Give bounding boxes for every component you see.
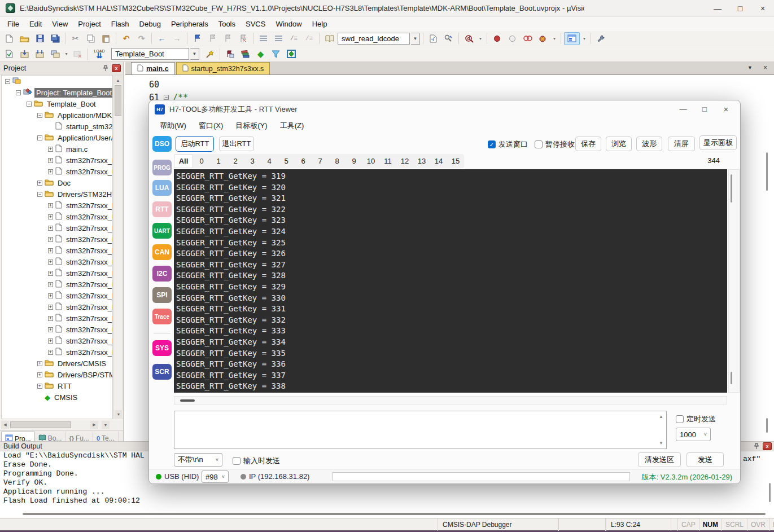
tree-item[interactable]: +stm32h7rsxx_l (2, 267, 112, 279)
redo-button[interactable]: ↷ (134, 32, 148, 45)
tree-expander[interactable]: + (48, 316, 53, 321)
rtt-mode-lua-button[interactable]: LUA (152, 180, 172, 196)
toggle-breakpoint-button[interactable] (490, 32, 504, 45)
tree-item[interactable]: −Drivers/STM32H7 (2, 188, 112, 200)
translate-file-button[interactable] (2, 47, 16, 60)
tree-item[interactable]: +stm32h7rsxx_l (2, 245, 112, 256)
editor-tab-startup-s[interactable]: startup_stm32h7s3xx.s (176, 62, 270, 74)
project-panel-close-button[interactable]: x (112, 64, 121, 72)
textarea-scroll-down[interactable]: ▼ (659, 441, 663, 446)
build-output-vscrollbar[interactable] (769, 483, 771, 502)
tree-expander[interactable]: + (48, 338, 53, 344)
cut-button[interactable]: ✂ (68, 32, 82, 45)
build-output-close-button[interactable]: x (763, 442, 772, 450)
incremental-find-button[interactable] (441, 32, 456, 45)
navigate-forward-button[interactable]: → (170, 32, 184, 45)
window-layout-dropdown[interactable]: ▾ (581, 32, 588, 45)
rtt-mode-dso-button[interactable]: DSO (152, 136, 172, 152)
tree-item[interactable]: −Project: Template_Boot (2, 87, 112, 98)
rtt-mode-i2c-button[interactable]: I2C (152, 266, 172, 282)
search-combobox-dropdown[interactable]: ▼ (411, 33, 420, 45)
batch-build-dropdown[interactable]: ▾ (63, 47, 69, 60)
new-file-button[interactable] (2, 32, 16, 45)
rtt-mode-uart-button[interactable]: UART (152, 223, 172, 239)
tree-item[interactable]: +stm32h7rsxx_l (2, 234, 112, 245)
show-panel-button[interactable]: 显示面板 (699, 135, 737, 150)
tree-expander[interactable]: − (27, 102, 32, 107)
tree-expander[interactable]: + (48, 260, 53, 265)
find-in-files-book-icon[interactable] (322, 32, 336, 45)
tree-item[interactable]: +stm32h7rsxx_l (2, 222, 112, 234)
rtt-channel-tab-0[interactable]: 0 (193, 154, 210, 168)
tree-item[interactable]: −Application/User/ (2, 132, 112, 143)
menu-help[interactable]: Help (307, 18, 333, 30)
manage-components-button[interactable]: ◆ (253, 47, 268, 60)
select-software-packs-button[interactable] (269, 47, 283, 60)
manage-books-button[interactable] (238, 47, 252, 60)
build-button[interactable] (18, 47, 32, 60)
rtt-close-button[interactable]: × (715, 100, 737, 118)
tree-item[interactable]: +stm32h7rsxx_l (2, 200, 112, 211)
tree-expander[interactable]: + (48, 293, 53, 298)
insert-bookmark-button[interactable] (190, 32, 204, 45)
undo-button[interactable]: ↶ (119, 32, 133, 45)
rtt-menu-item[interactable]: 目标板(Y) (229, 119, 273, 133)
interval-combobox[interactable]: 1000 ˅ (676, 428, 711, 441)
tree-expander[interactable]: + (37, 361, 42, 366)
tree-expander[interactable]: + (48, 226, 53, 231)
tree-expander[interactable]: − (5, 79, 10, 84)
download-flash-button[interactable]: LOAD⇊ (91, 47, 108, 61)
rtt-channel-tab-7[interactable]: 7 (312, 154, 329, 168)
menu-edit[interactable]: Edit (24, 18, 47, 30)
rtt-channel-tab-4[interactable]: 4 (261, 154, 278, 168)
tree-item[interactable]: +stm32h7rsxx_l (2, 279, 112, 290)
indent-right-button[interactable] (256, 32, 270, 45)
tree-expander[interactable]: − (37, 192, 42, 197)
rtt-channel-tab-6[interactable]: 6 (295, 154, 312, 168)
menu-window[interactable]: Window (270, 18, 307, 30)
rtt-mode-rtt-button[interactable]: RTT (152, 201, 172, 217)
paste-button[interactable] (99, 32, 113, 45)
tree-item[interactable]: +Drivers/CMSIS (2, 358, 112, 369)
tree-item[interactable]: +stm32h7rsxx_l (2, 301, 112, 313)
configure-tools-button[interactable] (594, 32, 608, 45)
tree-expander[interactable]: + (48, 350, 53, 355)
close-button[interactable]: × (751, 0, 774, 16)
kill-all-breakpoints-button[interactable] (536, 32, 550, 45)
build-output-hscrollbar[interactable] (23, 513, 766, 515)
navigate-back-button[interactable]: ← (155, 32, 169, 45)
debug-session-dropdown[interactable]: ▾ (477, 32, 484, 45)
rtt-mode-sys-button[interactable]: SYS (152, 340, 172, 356)
rtt-send-textarea[interactable]: ▲ ▼ (174, 411, 667, 449)
newline-mode-combobox[interactable]: 不带\r\n ˅ (174, 453, 222, 467)
tree-expander[interactable]: + (48, 305, 53, 310)
rtt-channel-tab-12[interactable]: 12 (396, 154, 413, 168)
tree-expander[interactable]: + (48, 282, 53, 287)
tree-item[interactable]: +stm32h7rsxx_i (2, 155, 112, 166)
tree-expander[interactable]: + (48, 158, 53, 163)
tree-item[interactable]: ◆CMSIS (2, 392, 112, 403)
batch-build-button[interactable] (48, 47, 62, 60)
rtt-channel-tab-all[interactable]: All (174, 154, 193, 168)
tab-close-button[interactable]: × (763, 64, 767, 72)
editor-vscrollbar-lower[interactable] (766, 418, 768, 433)
rtt-menu-item[interactable]: 帮助(W) (154, 119, 193, 133)
tree-item[interactable]: − (2, 76, 112, 87)
rtt-channel-tab-2[interactable]: 2 (227, 154, 244, 168)
target-combobox-dropdown[interactable]: ▼ (190, 48, 199, 60)
menu-file[interactable]: File (2, 18, 24, 30)
tree-expander[interactable]: + (37, 372, 42, 377)
tree-expander[interactable]: + (48, 271, 53, 276)
tree-item[interactable]: startup_stm32 (2, 121, 112, 132)
editor-vscrollbar[interactable] (766, 152, 768, 191)
rtt-menu-item[interactable]: 工具(Z) (274, 119, 311, 133)
save-all-button[interactable] (48, 32, 62, 45)
tree-item[interactable]: −Template_Boot (2, 98, 112, 109)
minimize-button[interactable]: — (706, 0, 729, 16)
tree-expander[interactable]: + (48, 327, 53, 332)
save-button[interactable] (33, 32, 47, 45)
pack-installer-button[interactable] (284, 47, 298, 60)
clear-bookmarks-button[interactable] (236, 32, 250, 45)
menu-flash[interactable]: Flash (106, 18, 134, 30)
rtt-menu-item[interactable]: 窗口(X) (193, 119, 229, 133)
